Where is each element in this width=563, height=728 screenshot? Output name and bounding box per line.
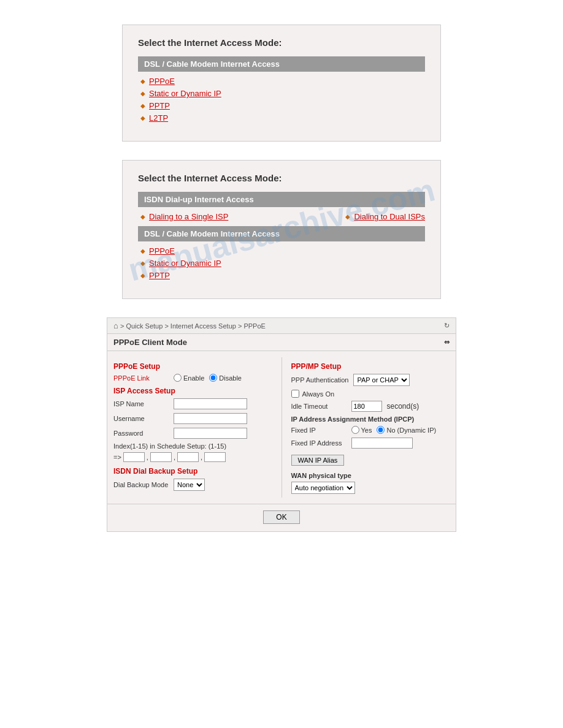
disable-radio[interactable] — [209, 374, 217, 382]
panel1-section1-header: DSL / Cable Modem Internet Access — [138, 56, 425, 72]
pppoe-link-row: PPPoE Link Enable Disable — [113, 374, 272, 382]
diamond-icon-1: ◆ — [140, 78, 145, 85]
panel2-dual-isp-link[interactable]: Dialing to Dual ISPs — [354, 212, 425, 221]
password-row: Password — [113, 428, 272, 439]
fixed-ip-no-radio[interactable] — [377, 426, 385, 434]
password-input[interactable] — [174, 428, 247, 439]
username-row: Username — [113, 413, 272, 424]
ok-button[interactable]: OK — [263, 510, 299, 524]
pppoe-title-bar: PPPoE Client Mode ⇔ — [107, 334, 456, 351]
pppoe-body: PPPoE Setup PPPoE Link Enable Disable — [107, 351, 456, 504]
panel2-static-row: ◆ Static or Dynamic IP — [138, 259, 425, 268]
fixed-ip-addr-input[interactable] — [351, 438, 413, 449]
comma-3: , — [201, 453, 202, 461]
panel-internet-access-mode-1: Select the Internet Access Mode: DSL / C… — [122, 25, 441, 142]
comma-1: , — [147, 453, 148, 461]
panel2-pppoe-link[interactable]: PPPoE — [149, 246, 175, 256]
diamond-icon-9: ◆ — [140, 272, 145, 279]
panel-internet-access-mode-2: Select the Internet Access Mode: ISDN Di… — [122, 160, 441, 299]
isp-name-label: ISP Name — [113, 400, 169, 408]
breadcrumb: ⌂ > Quick Setup > Internet Access Setup … — [113, 321, 266, 330]
panel2-static-link[interactable]: Static or Dynamic IP — [149, 259, 221, 268]
fixed-ip-radio-group: Yes No (Dynamic IP) — [351, 426, 437, 434]
no-radio-item: No (Dynamic IP) — [377, 426, 436, 434]
schedule-input-1[interactable] — [123, 452, 145, 462]
fixed-ip-addr-row: Fixed IP Address — [291, 438, 450, 449]
panel2-section2-header: DSL / Cable Modem Internet Access — [138, 226, 425, 241]
pppmp-label: PPP/MP Setup — [291, 362, 450, 371]
schedule-row: => , , , — [113, 452, 272, 462]
diamond-icon-7: ◆ — [140, 248, 145, 254]
schedule-input-4[interactable] — [204, 452, 226, 462]
home-icon: ⌂ — [113, 321, 118, 330]
always-on-checkbox[interactable] — [291, 390, 299, 398]
panel1-pptp-row: ◆ PPTP — [138, 101, 425, 110]
dial-backup-select[interactable]: None — [174, 479, 205, 491]
isp-access-label: ISP Access Setup — [113, 387, 272, 395]
seconds-label: second(s) — [387, 402, 419, 411]
panel1-pptp-link[interactable]: PPTP — [149, 101, 170, 110]
ppp-auth-label: PPP Authentication — [291, 376, 349, 384]
username-input[interactable] — [174, 413, 247, 424]
fixed-ip-label: Fixed IP — [291, 427, 347, 434]
wan-ip-alias-button[interactable]: WAN IP Alias — [291, 455, 345, 466]
wan-physical-select[interactable]: Auto negotiation — [291, 482, 355, 494]
ppp-auth-select[interactable]: PAP or CHAP — [353, 374, 410, 386]
enable-radio[interactable] — [174, 374, 182, 382]
panel1-pppoe-row: ◆ PPPoE — [138, 77, 425, 86]
panel2-isdn-row: ◆ Dialing to a Single ISP ◆ Dialing to D… — [138, 212, 425, 221]
password-label: Password — [113, 430, 169, 437]
always-on-row: Always On — [291, 390, 450, 398]
always-on-label: Always On — [302, 390, 335, 398]
refresh-icon[interactable]: ↻ — [444, 322, 450, 330]
isp-name-row: ISP Name — [113, 398, 272, 409]
comma-2: , — [174, 453, 175, 461]
panel1-pppoe-link[interactable]: PPPoE — [149, 77, 175, 86]
username-label: Username — [113, 415, 169, 422]
panel2-pppoe-row: ◆ PPPoE — [138, 246, 425, 256]
panel2-container: manualsarchive.com Select the Internet A… — [122, 160, 441, 299]
panel2-single-isp-group: ◆ Dialing to a Single ISP — [140, 212, 228, 221]
ok-row: OK — [107, 504, 456, 531]
pppoe-link-label: PPPoE Link — [113, 374, 169, 382]
index-label: Index(1-15) in Schedule Setup: (1-15) — [113, 442, 272, 450]
panel2-pptp-link[interactable]: PPTP — [149, 271, 170, 280]
isp-name-input[interactable] — [174, 398, 247, 409]
panel1-static-row: ◆ Static or Dynamic IP — [138, 89, 425, 98]
fixed-ip-addr-label: Fixed IP Address — [291, 439, 347, 447]
ppp-auth-row: PPP Authentication PAP or CHAP — [291, 374, 450, 386]
yes-radio-item: Yes — [351, 426, 372, 434]
schedule-input-2[interactable] — [150, 452, 172, 462]
ip-assign-label: IP Address Assignment Method (IPCP) — [291, 415, 450, 423]
pppoe-left-col: PPPoE Setup PPPoE Link Enable Disable — [113, 357, 282, 498]
panel1-title: Select the Internet Access Mode: — [138, 37, 425, 48]
disable-label: Disable — [219, 374, 242, 382]
wan-physical-label: WAN physical type — [291, 472, 450, 479]
breadcrumb-bar: ⌂ > Quick Setup > Internet Access Setup … — [107, 318, 456, 334]
breadcrumb-text: > Quick Setup > Internet Access Setup > … — [120, 322, 266, 330]
panel1-l2tp-row: ◆ L2TP — [138, 113, 425, 123]
idle-timeout-input[interactable] — [351, 401, 382, 412]
diamond-icon-8: ◆ — [140, 260, 145, 267]
panel2-section1-header: ISDN Dial-up Internet Access — [138, 192, 425, 207]
idle-timeout-row: Idle Timeout second(s) — [291, 401, 450, 412]
dial-backup-label: Dial Backup Mode — [113, 481, 169, 488]
panel2-single-isp-link[interactable]: Dialing to a Single ISP — [149, 212, 228, 221]
pppoe-setup-label: PPPoE Setup — [113, 362, 272, 371]
panel2-title: Select the Internet Access Mode: — [138, 173, 425, 183]
diamond-icon-2: ◆ — [140, 90, 145, 97]
pppoe-title: PPPoE Client Mode — [113, 338, 187, 347]
enable-label: Enable — [183, 374, 204, 382]
panel2-dual-isp-group: ◆ Dialing to Dual ISPs — [345, 212, 425, 221]
panel1-static-link[interactable]: Static or Dynamic IP — [149, 89, 221, 98]
no-label: No (Dynamic IP) — [386, 427, 436, 434]
schedule-input-3[interactable] — [177, 452, 199, 462]
fixed-ip-yes-radio[interactable] — [351, 426, 359, 434]
enable-radio-item: Enable — [174, 374, 204, 382]
pppoe-link-radio-group: Enable Disable — [174, 374, 242, 382]
isdn-dial-backup-label: ISDN Dial Backup Setup — [113, 467, 272, 476]
pppoe-mode-icon: ⇔ — [444, 338, 450, 346]
diamond-icon-6: ◆ — [345, 213, 350, 220]
diamond-icon-5: ◆ — [140, 213, 145, 220]
panel1-l2tp-link[interactable]: L2TP — [149, 113, 168, 123]
